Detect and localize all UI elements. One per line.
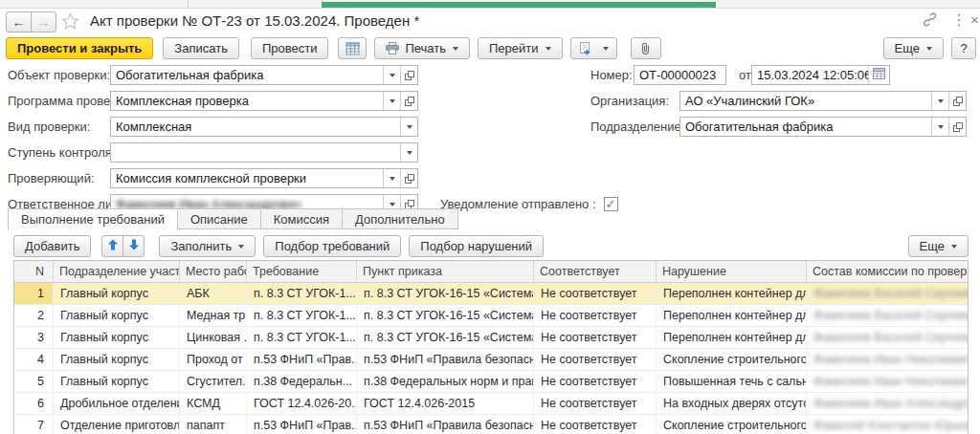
table-cell[interactable]: На входных дверях отсутс... xyxy=(657,393,807,414)
dropdown-button[interactable] xyxy=(931,118,948,136)
help-button[interactable]: ? xyxy=(951,37,976,59)
table-cell[interactable]: 7 xyxy=(14,415,54,434)
dropdown-button[interactable] xyxy=(931,92,948,110)
table-cell[interactable]: п.53 ФНиП «Прав... xyxy=(247,415,357,434)
table-cell[interactable]: Не соответствует xyxy=(534,305,657,326)
commission-cell[interactable]: Фамилиев Василий Сергеевич xyxy=(807,327,968,348)
kind-field[interactable]: Комплексная xyxy=(110,117,418,137)
table-row[interactable]: 3Главный корпусЦинковая ...п. 8.3 СТ УГО… xyxy=(14,327,968,349)
send-button[interactable] xyxy=(570,37,617,59)
table-cell[interactable]: Не соответствует xyxy=(534,371,657,392)
date-field[interactable]: 15.03.2024 12:05:06 xyxy=(751,65,890,85)
move-up-button[interactable] xyxy=(101,235,123,257)
pick-requirements-button[interactable]: Подбор требований xyxy=(263,235,401,257)
table-cell[interactable]: Проход от ... xyxy=(180,349,247,370)
table-cell[interactable]: Главный корпус xyxy=(54,283,180,304)
back-button[interactable]: ← xyxy=(6,11,32,33)
close-icon[interactable]: × xyxy=(970,11,979,29)
table-cell[interactable]: АБК xyxy=(180,283,247,304)
add-row-button[interactable]: Добавить xyxy=(13,235,91,257)
column-header[interactable]: Место работ xyxy=(180,261,247,282)
table-cell[interactable]: 1 xyxy=(14,283,54,304)
column-header[interactable]: Требование xyxy=(247,261,357,282)
commission-cell[interactable]: Фамилиев Иван Александрович xyxy=(807,393,968,414)
table-cell[interactable]: Сгустител... xyxy=(180,371,247,392)
table-cell[interactable]: 2 xyxy=(14,305,54,326)
commission-cell[interactable]: Фамилий Константин Юрьевич xyxy=(807,415,968,434)
number-field[interactable]: ОТ-00000023 xyxy=(634,65,726,85)
table-cell[interactable]: Не соответствует xyxy=(534,349,657,370)
goto-button[interactable]: Перейти xyxy=(478,37,563,59)
show-postings-button[interactable] xyxy=(338,37,367,59)
window-menu-icon[interactable]: ⋮ xyxy=(951,11,967,29)
link-icon[interactable] xyxy=(923,12,937,31)
table-cell[interactable]: п.38 Федеральн... xyxy=(247,371,357,392)
inspector-field[interactable]: Комиссия комплексной проверки xyxy=(110,168,418,188)
table-row[interactable]: 7Отделение приготовл...папаптп.53 ФНиП «… xyxy=(14,415,968,434)
tab-0[interactable]: Выполнение требований xyxy=(8,208,178,230)
commission-cell[interactable]: Фамилиев Василий Сергеевич xyxy=(807,305,968,326)
table-cell[interactable]: Отделение приготовл... xyxy=(54,415,180,434)
organization-field[interactable]: АО «Учалинский ГОК» xyxy=(679,91,967,111)
table-cell[interactable]: Скопление строительного ... xyxy=(657,415,807,434)
table-cell[interactable]: Переполнен контейнер дл... xyxy=(657,327,807,348)
table-cell[interactable]: папапт xyxy=(180,415,247,434)
table-cell[interactable]: 6 xyxy=(14,393,54,414)
table-cell[interactable]: 5 xyxy=(14,371,54,392)
table-cell[interactable]: 3 xyxy=(14,327,54,348)
table-cell[interactable]: Скопление строительного ... xyxy=(657,349,807,370)
commission-cell[interactable]: Фамилиев Василий Сергеевич xyxy=(807,283,968,304)
move-down-button[interactable] xyxy=(122,235,145,257)
table-cell[interactable]: Главный корпус xyxy=(54,327,180,348)
save-button[interactable]: Записать xyxy=(163,37,239,59)
table-cell[interactable]: Не соответствует xyxy=(534,393,657,414)
table-cell[interactable]: 4 xyxy=(14,349,54,370)
program-field[interactable]: Комплексная проверка xyxy=(110,91,418,111)
fill-button[interactable]: Заполнить xyxy=(159,235,256,257)
dropdown-button[interactable] xyxy=(383,169,400,187)
table-cell[interactable]: Главный корпус xyxy=(54,305,180,326)
favorites-star-icon[interactable] xyxy=(61,12,79,31)
table-cell[interactable]: Не соответствует xyxy=(534,415,657,434)
column-header[interactable]: Подразделение участка xyxy=(54,261,180,282)
commission-cell[interactable]: Фамилиев Иван Николаевич xyxy=(807,349,968,370)
dropdown-button[interactable] xyxy=(383,92,400,110)
column-header[interactable]: Состав комиссии по проверке xyxy=(807,261,968,282)
table-row[interactable]: 2Главный корпусМедная тр...п. 8.3 СТ УГО… xyxy=(14,305,968,327)
tab-2[interactable]: Комиссия xyxy=(260,208,343,229)
calendar-button[interactable] xyxy=(868,66,889,84)
table-row[interactable]: 6Дробильное отделениеКСМДГОСТ 12.4.026-2… xyxy=(14,393,968,415)
table-cell[interactable]: Переполнен контейнер дл... xyxy=(657,305,807,326)
commission-cell[interactable]: Фамилиев Иван Николаевич xyxy=(807,371,968,392)
table-cell[interactable]: п. 8.3 СТ УГОК-16-15 «Система ... xyxy=(357,283,534,304)
open-button[interactable] xyxy=(948,92,966,110)
pick-violations-button[interactable]: Подбор нарушений xyxy=(409,235,544,257)
table-cell[interactable]: Цинковая ... xyxy=(180,327,247,348)
table-more-button[interactable]: Еще xyxy=(908,235,969,257)
open-button[interactable] xyxy=(400,169,417,187)
column-header[interactable]: N xyxy=(14,261,54,282)
column-header[interactable]: Соответствует xyxy=(534,261,657,282)
object-field[interactable]: Обогатительная фабрика xyxy=(110,65,418,85)
attach-button[interactable] xyxy=(631,37,661,59)
notification-checkbox[interactable]: ✓ xyxy=(604,197,618,211)
table-row[interactable]: 1Главный корпусАБКп. 8.3 СТ УГОК-1...п. … xyxy=(14,283,968,305)
print-button[interactable]: Печать xyxy=(374,37,470,59)
more-button[interactable]: Еще xyxy=(883,37,944,59)
table-cell[interactable]: ГОСТ 12.4.026-20... xyxy=(247,393,357,414)
control-stage-field[interactable] xyxy=(110,142,418,163)
table-cell[interactable]: Дробильное отделение xyxy=(54,393,180,414)
table-cell[interactable]: п. 8.3 СТ УГОК-1... xyxy=(247,283,357,304)
forward-button[interactable]: → xyxy=(31,11,56,33)
table-cell[interactable]: Не соответствует xyxy=(534,283,657,304)
dropdown-button[interactable] xyxy=(383,66,400,84)
department-field[interactable]: Обогатительная фабрика xyxy=(679,117,967,137)
table-cell[interactable]: п.53 ФНиП «Прав... xyxy=(247,349,357,370)
post-and-close-button[interactable]: Провести и закрыть xyxy=(6,37,153,59)
column-header[interactable]: Нарушение xyxy=(657,261,807,282)
column-header[interactable]: Пункт приказа xyxy=(357,261,534,282)
table-cell[interactable]: п. 8.3 СТ УГОК-16-15 «Система ... xyxy=(357,327,534,348)
dropdown-button[interactable] xyxy=(400,143,417,162)
table-cell[interactable]: Переполнен контейнер дл... xyxy=(657,283,807,304)
post-button[interactable]: Провести xyxy=(251,37,329,59)
